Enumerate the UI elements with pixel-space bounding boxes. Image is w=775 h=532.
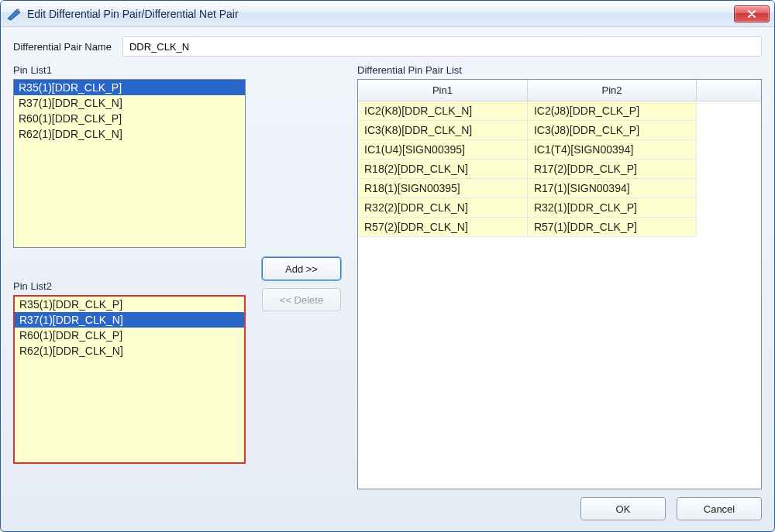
list-item[interactable]: R62(1)[DDR_CLK_N] bbox=[14, 126, 245, 142]
col-pin1[interactable]: Pin1 bbox=[358, 80, 527, 101]
cell-spacer bbox=[697, 140, 761, 160]
list-item[interactable]: R35(1)[DDR_CLK_P] bbox=[14, 80, 245, 95]
cell-spacer bbox=[697, 198, 761, 218]
svg-marker-0 bbox=[8, 9, 20, 20]
col-spacer bbox=[697, 80, 761, 101]
pair-table[interactable]: Pin1 Pin2 IC2(K8)[DDR_CLK_N]IC2(J8)[DDR_… bbox=[358, 80, 761, 237]
list-item[interactable]: R35(1)[DDR_CLK_P] bbox=[15, 297, 244, 312]
cell-spacer bbox=[697, 160, 761, 179]
list-item[interactable]: R37(1)[DDR_CLK_N] bbox=[15, 312, 244, 328]
diff-pair-name-label: Differential Pair Name bbox=[13, 41, 112, 53]
cell-pin2[interactable]: IC2(J8)[DDR_CLK_P] bbox=[527, 101, 696, 121]
cell-pin2[interactable]: R17(2)[DDR_CLK_P] bbox=[527, 160, 696, 179]
pair-list-label: Differential Pin Pair List bbox=[357, 64, 762, 76]
pin-list1-label: Pin List1 bbox=[13, 64, 246, 76]
cell-pin2[interactable]: R57(1)[DDR_CLK_P] bbox=[527, 218, 696, 237]
table-row[interactable]: IC2(K8)[DDR_CLK_N]IC2(J8)[DDR_CLK_P] bbox=[358, 101, 761, 121]
table-row[interactable]: IC3(K8)[DDR_CLK_N]IC3(J8)[DDR_CLK_P] bbox=[358, 121, 761, 140]
cell-pin1[interactable]: R18(2)[DDR_CLK_N] bbox=[358, 160, 527, 179]
cell-spacer bbox=[697, 101, 761, 121]
list-item[interactable]: R62(1)[DDR_CLK_N] bbox=[15, 343, 244, 359]
app-icon bbox=[7, 7, 21, 21]
pair-table-header-row: Pin1 Pin2 bbox=[358, 80, 761, 101]
add-button[interactable]: Add >> bbox=[262, 257, 341, 280]
titlebar: Edit Differential Pin Pair/Differential … bbox=[1, 1, 774, 27]
close-button[interactable] bbox=[734, 5, 770, 22]
cell-pin2[interactable]: IC1(T4)[SIGN00394] bbox=[527, 140, 696, 160]
cell-pin1[interactable]: R18(1)[SIGN00395] bbox=[358, 179, 527, 198]
table-row[interactable]: R57(2)[DDR_CLK_N]R57(1)[DDR_CLK_P] bbox=[358, 218, 761, 237]
transfer-buttons: Add >> << Delete bbox=[255, 79, 348, 489]
main-grid: Pin List1 R35(1)[DDR_CLK_P]R37(1)[DDR_CL… bbox=[13, 64, 762, 489]
cell-pin2[interactable]: IC3(J8)[DDR_CLK_P] bbox=[527, 121, 696, 140]
cell-pin2[interactable]: R17(1)[SIGN00394] bbox=[527, 179, 696, 198]
list-item[interactable]: R60(1)[DDR_CLK_P] bbox=[14, 111, 245, 126]
cell-spacer bbox=[697, 218, 761, 237]
cell-spacer bbox=[697, 179, 761, 198]
cell-pin1[interactable]: IC1(U4)[SIGN00395] bbox=[358, 140, 527, 160]
table-row[interactable]: R32(2)[DDR_CLK_N]R32(1)[DDR_CLK_P] bbox=[358, 198, 761, 218]
table-row[interactable]: IC1(U4)[SIGN00395]IC1(T4)[SIGN00394] bbox=[358, 140, 761, 160]
dialog-footer: OK Cancel bbox=[13, 489, 762, 520]
dialog-body: Differential Pair Name Pin List1 R35(1)[… bbox=[1, 27, 774, 531]
table-row[interactable]: R18(2)[DDR_CLK_N]R17(2)[DDR_CLK_P] bbox=[358, 160, 761, 179]
pin-list2-label: Pin List2 bbox=[13, 280, 246, 292]
cell-spacer bbox=[697, 121, 761, 140]
pair-list-frame: Pin1 Pin2 IC2(K8)[DDR_CLK_N]IC2(J8)[DDR_… bbox=[357, 79, 762, 489]
window-title: Edit Differential Pin Pair/Differential … bbox=[27, 8, 728, 20]
cancel-button[interactable]: Cancel bbox=[677, 497, 762, 520]
cell-pin2[interactable]: R32(1)[DDR_CLK_P] bbox=[527, 198, 696, 218]
col-pin2[interactable]: Pin2 bbox=[527, 80, 696, 101]
dialog-window: Edit Differential Pin Pair/Differential … bbox=[0, 0, 775, 532]
cell-pin1[interactable]: IC2(K8)[DDR_CLK_N] bbox=[358, 101, 527, 121]
cell-pin1[interactable]: R32(2)[DDR_CLK_N] bbox=[358, 198, 527, 218]
pin-list1[interactable]: R35(1)[DDR_CLK_P]R37(1)[DDR_CLK_N]R60(1)… bbox=[13, 79, 246, 248]
list-item[interactable]: R60(1)[DDR_CLK_P] bbox=[15, 328, 244, 343]
diff-pair-name-input[interactable] bbox=[122, 36, 762, 57]
table-row[interactable]: R18(1)[SIGN00395]R17(1)[SIGN00394] bbox=[358, 179, 761, 198]
cell-pin1[interactable]: IC3(K8)[DDR_CLK_N] bbox=[358, 121, 527, 140]
cell-pin1[interactable]: R57(2)[DDR_CLK_N] bbox=[358, 218, 527, 237]
close-icon bbox=[747, 10, 756, 18]
list-item[interactable]: R37(1)[DDR_CLK_N] bbox=[14, 95, 245, 111]
pair-list-pane: Pin1 Pin2 IC2(K8)[DDR_CLK_N]IC2(J8)[DDR_… bbox=[357, 79, 762, 489]
delete-button[interactable]: << Delete bbox=[262, 288, 341, 311]
pin-list2[interactable]: R35(1)[DDR_CLK_P]R37(1)[DDR_CLK_N]R60(1)… bbox=[13, 295, 246, 464]
ok-button[interactable]: OK bbox=[580, 497, 666, 520]
diff-pair-name-row: Differential Pair Name bbox=[13, 36, 762, 57]
